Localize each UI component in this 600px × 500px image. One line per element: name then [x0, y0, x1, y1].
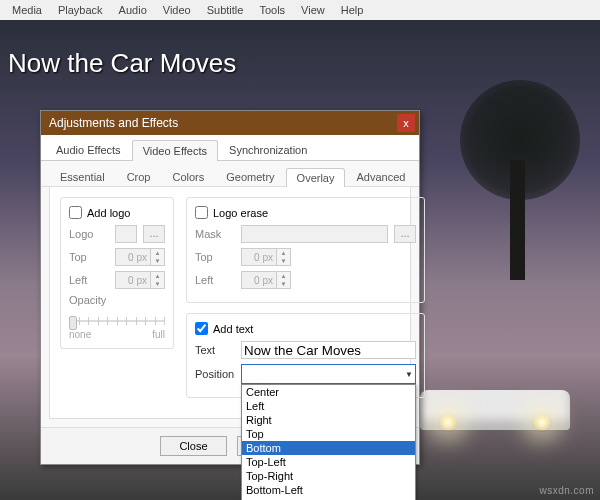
menu-playback[interactable]: Playback: [58, 4, 103, 16]
menu-media[interactable]: Media: [12, 4, 42, 16]
dropdown-arrow-icon: ▼: [405, 370, 413, 379]
logo-left-spinner[interactable]: 0 px ▲▼: [115, 271, 165, 289]
dialog-title-text: Adjustments and Effects: [49, 116, 178, 130]
option-left[interactable]: Left: [242, 399, 415, 413]
opacity-label: Opacity: [69, 294, 109, 306]
chevron-down-icon[interactable]: ▼: [277, 280, 290, 288]
sub-tabs: Essential Crop Colors Geometry Overlay A…: [41, 161, 419, 187]
option-bottom[interactable]: Bottom: [242, 441, 415, 455]
option-top-right[interactable]: Top-Right: [242, 469, 415, 483]
mask-label: Mask: [195, 228, 235, 240]
opacity-slider[interactable]: [69, 311, 165, 331]
add-logo-group: Add logo Logo ... Top 0 px ▲▼ Left: [60, 197, 174, 349]
menu-help[interactable]: Help: [341, 4, 364, 16]
mask-path-input[interactable]: [241, 225, 388, 243]
chevron-up-icon[interactable]: ▲: [277, 272, 290, 280]
overlay-panel: Add logo Logo ... Top 0 px ▲▼ Left: [49, 187, 411, 419]
chevron-down-icon[interactable]: ▼: [277, 257, 290, 265]
chevron-up-icon[interactable]: ▲: [277, 249, 290, 257]
subtab-overlay[interactable]: Overlay: [286, 168, 346, 187]
menu-tools[interactable]: Tools: [259, 4, 285, 16]
mask-browse-button[interactable]: ...: [394, 225, 416, 243]
logo-top-spinner[interactable]: 0 px ▲▼: [115, 248, 165, 266]
menu-view[interactable]: View: [301, 4, 325, 16]
logo-left-label: Left: [69, 274, 109, 286]
subtab-advanced[interactable]: Advanced: [345, 167, 416, 186]
dialog-titlebar[interactable]: Adjustments and Effects x: [41, 111, 419, 135]
scenery-tree: [450, 80, 590, 280]
scenery-car: [420, 390, 570, 440]
option-center[interactable]: Center: [242, 385, 415, 399]
add-text-label: Add text: [213, 323, 253, 335]
erase-left-label: Left: [195, 274, 235, 286]
effects-dialog: Adjustments and Effects x Audio Effects …: [40, 110, 420, 465]
tab-synchronization[interactable]: Synchronization: [218, 139, 318, 160]
logo-erase-checkbox[interactable]: [195, 206, 208, 219]
logo-top-label: Top: [69, 251, 109, 263]
option-bottom-left[interactable]: Bottom-Left: [242, 483, 415, 497]
subtab-colors[interactable]: Colors: [161, 167, 215, 186]
logo-path-input[interactable]: [115, 225, 137, 243]
position-select[interactable]: ▼: [241, 364, 416, 384]
position-label: Position: [195, 368, 235, 380]
add-logo-checkbox[interactable]: [69, 206, 82, 219]
subtab-essential[interactable]: Essential: [49, 167, 116, 186]
chevron-up-icon[interactable]: ▲: [151, 249, 164, 257]
logo-erase-label: Logo erase: [213, 207, 268, 219]
menu-audio[interactable]: Audio: [119, 4, 147, 16]
option-right[interactable]: Right: [242, 413, 415, 427]
close-icon[interactable]: x: [397, 114, 415, 132]
tab-video-effects[interactable]: Video Effects: [132, 140, 218, 161]
erase-top-label: Top: [195, 251, 235, 263]
logo-erase-group: Logo erase Mask ... Top 0 px ▲▼ Left: [186, 197, 425, 303]
menu-subtitle[interactable]: Subtitle: [207, 4, 244, 16]
add-text-checkbox[interactable]: [195, 322, 208, 335]
add-text-group: Add text Text Position ▼ Center Left: [186, 313, 425, 398]
position-dropdown: Center Left Right Top Bottom Top-Left To…: [241, 384, 416, 500]
menubar: Media Playback Audio Video Subtitle Tool…: [0, 0, 600, 20]
subtab-crop[interactable]: Crop: [116, 167, 162, 186]
video-overlay-text: Now the Car Moves: [8, 48, 236, 79]
main-tabs: Audio Effects Video Effects Synchronizat…: [41, 135, 419, 161]
watermark: wsxdn.com: [539, 485, 594, 496]
tab-audio-effects[interactable]: Audio Effects: [45, 139, 132, 160]
option-top[interactable]: Top: [242, 427, 415, 441]
chevron-down-icon[interactable]: ▼: [151, 257, 164, 265]
chevron-down-icon[interactable]: ▼: [151, 280, 164, 288]
chevron-up-icon[interactable]: ▲: [151, 272, 164, 280]
erase-top-spinner[interactable]: 0 px ▲▼: [241, 248, 291, 266]
erase-left-spinner[interactable]: 0 px ▲▼: [241, 271, 291, 289]
logo-browse-button[interactable]: ...: [143, 225, 165, 243]
text-input[interactable]: [241, 341, 416, 359]
menu-video[interactable]: Video: [163, 4, 191, 16]
option-top-left[interactable]: Top-Left: [242, 455, 415, 469]
text-label: Text: [195, 344, 235, 356]
add-logo-label: Add logo: [87, 207, 130, 219]
subtab-geometry[interactable]: Geometry: [215, 167, 285, 186]
close-button[interactable]: Close: [160, 436, 226, 456]
logo-label: Logo: [69, 228, 109, 240]
